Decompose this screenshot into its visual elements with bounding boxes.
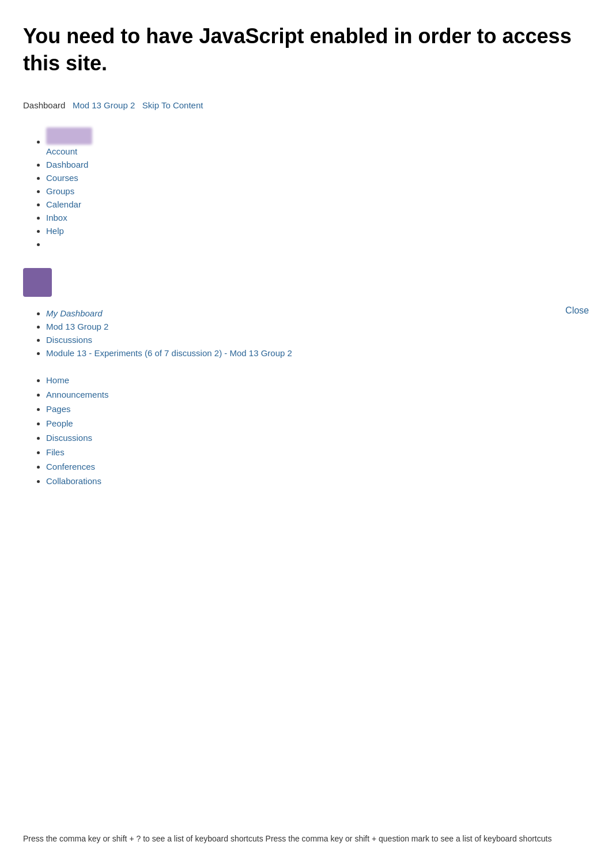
- group-nav-people[interactable]: People: [46, 418, 589, 428]
- breadcrumb: Dashboard Mod 13 Group 2 Skip To Content: [23, 100, 589, 110]
- account-link[interactable]: Account: [46, 146, 77, 156]
- breadcrumb-dashboard-text: Dashboard: [23, 100, 65, 110]
- groups-link[interactable]: Groups: [46, 186, 74, 196]
- people-link[interactable]: People: [46, 418, 73, 428]
- group-nav-discussions[interactable]: Discussions: [46, 433, 589, 443]
- global-nav-courses-item[interactable]: Courses: [46, 173, 589, 183]
- global-nav-avatar-item: Account: [46, 127, 589, 156]
- pages-link[interactable]: Pages: [46, 404, 71, 414]
- home-link[interactable]: Home: [46, 375, 69, 385]
- group-nav-collaborations[interactable]: Collaborations: [46, 476, 589, 486]
- files-link[interactable]: Files: [46, 447, 65, 457]
- tray-nav-module13[interactable]: Module 13 - Experiments (6 of 7 discussi…: [46, 348, 589, 358]
- global-nav: Account Dashboard Courses Groups Calenda…: [23, 127, 589, 251]
- global-nav-inbox-item[interactable]: Inbox: [46, 213, 589, 222]
- courses-link[interactable]: Courses: [46, 173, 78, 183]
- user-avatar: [23, 268, 52, 297]
- js-warning-title: You need to have JavaScript enabled in o…: [23, 23, 589, 77]
- footer-text: Press the comma key or shift + ? to see …: [23, 834, 551, 843]
- group-nav: Home Announcements Pages People Discussi…: [23, 375, 589, 486]
- my-dashboard-link[interactable]: My Dashboard: [46, 308, 103, 318]
- tray-nav: My Dashboard Mod 13 Group 2 Discussions …: [23, 308, 589, 358]
- dashboard-link[interactable]: Dashboard: [46, 160, 88, 169]
- group-discussions-link[interactable]: Discussions: [46, 433, 92, 443]
- global-nav-help-item[interactable]: Help: [46, 226, 589, 236]
- group-nav-home[interactable]: Home: [46, 375, 589, 385]
- user-avatar-section: [23, 268, 589, 297]
- mod13-group2-link[interactable]: Mod 13 Group 2: [46, 322, 108, 331]
- announcements-link[interactable]: Announcements: [46, 390, 108, 399]
- tray-nav-my-dashboard[interactable]: My Dashboard: [46, 308, 589, 318]
- help-link[interactable]: Help: [46, 226, 64, 236]
- breadcrumb-group-link[interactable]: Mod 13 Group 2: [73, 100, 135, 110]
- tray-nav-discussions[interactable]: Discussions: [46, 335, 589, 345]
- collaborations-link[interactable]: Collaborations: [46, 476, 101, 486]
- group-nav-files[interactable]: Files: [46, 447, 589, 457]
- global-nav-dashboard-item[interactable]: Dashboard: [46, 160, 589, 169]
- calendar-link[interactable]: Calendar: [46, 199, 81, 209]
- module13-link[interactable]: Module 13 - Experiments (6 of 7 discussi…: [46, 348, 292, 358]
- footer-note: Press the comma key or shift + ? to see …: [23, 833, 589, 845]
- global-nav-groups-item[interactable]: Groups: [46, 186, 589, 196]
- conferences-link[interactable]: Conferences: [46, 462, 95, 471]
- group-nav-conferences[interactable]: Conferences: [46, 462, 589, 471]
- breadcrumb-skip-link[interactable]: Skip To Content: [142, 100, 203, 110]
- global-nav-empty-item: [46, 239, 589, 251]
- group-nav-announcements[interactable]: Announcements: [46, 390, 589, 399]
- inbox-link[interactable]: Inbox: [46, 213, 67, 222]
- tray-discussions-link[interactable]: Discussions: [46, 335, 92, 345]
- js-warning-section: You need to have JavaScript enabled in o…: [23, 23, 589, 77]
- avatar-blurred: [46, 127, 92, 145]
- global-nav-calendar-item[interactable]: Calendar: [46, 199, 589, 209]
- tray-nav-mod13group2[interactable]: Mod 13 Group 2: [46, 322, 589, 331]
- group-nav-pages[interactable]: Pages: [46, 404, 589, 414]
